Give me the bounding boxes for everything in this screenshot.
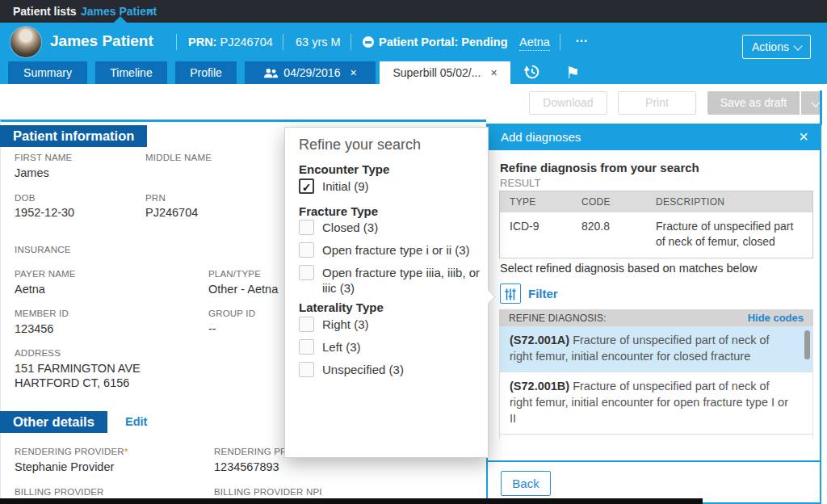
scrollbar-thumb[interactable] xyxy=(804,330,810,359)
chevron-down-icon xyxy=(811,98,820,107)
refine-diagnosis-bar: REFINE DIAGNOSIS: Hide codes xyxy=(499,309,813,326)
diagnosis-code: (S72.001B) xyxy=(510,380,569,393)
insurance-link[interactable]: Aetna xyxy=(519,36,550,48)
checkbox-right[interactable] xyxy=(299,317,314,332)
field-label: DOB xyxy=(15,193,36,203)
tab-label: 04/29/2016 xyxy=(283,66,340,79)
checkbox-label: Open fracture type i or ii (3) xyxy=(322,242,470,258)
result-label: RESULT xyxy=(500,177,540,189)
tab-timeline[interactable]: Timeline xyxy=(95,61,167,84)
diagnosis-option[interactable]: (S72.001C) Fracture of unspecified part … xyxy=(500,435,812,439)
back-button[interactable]: Back xyxy=(501,471,551,496)
group-heading: Fracture Type xyxy=(299,204,378,218)
checkbox-label: Initial (9) xyxy=(322,178,369,194)
avatar[interactable] xyxy=(10,27,41,57)
close-icon[interactable]: × xyxy=(799,128,808,146)
checkbox-open-i-ii[interactable] xyxy=(299,242,314,258)
tab-label: Superbill 05/02/... xyxy=(393,66,481,79)
actions-button[interactable]: Actions xyxy=(742,35,811,59)
diagnosis-option[interactable]: (S72.001B) Fracture of unspecified part … xyxy=(500,372,812,435)
portal-status-label: Patient Portal: Pending xyxy=(379,36,508,48)
refine-diagnosis-heading: Refine diagnosis from your search xyxy=(500,161,699,174)
tab-label: Timeline xyxy=(110,66,152,79)
checkbox-label: Closed (3) xyxy=(322,220,378,235)
field-value: 1952-12-30 xyxy=(15,206,74,219)
filter-option: ✓ Initial (9) xyxy=(299,178,369,194)
age-sex: 63 yrs M xyxy=(296,36,341,48)
checkbox-closed[interactable] xyxy=(299,220,314,235)
section-title: Other details xyxy=(13,414,94,429)
divider xyxy=(283,34,283,50)
refine-diagnosis-label: REFINE DIAGNOSIS: xyxy=(509,313,607,324)
prn-field: PRN: PJ246704 xyxy=(188,36,273,48)
filter-option: Open fracture type iiia, iiib, or iiic (… xyxy=(299,265,484,296)
field-label: RENDERING PROVIDER* xyxy=(15,447,128,456)
save-as-draft-button[interactable]: Save as draft xyxy=(707,91,800,115)
print-button[interactable]: Print xyxy=(618,91,696,115)
prn-label: PRN: xyxy=(188,36,216,48)
field-value: Aetna xyxy=(15,283,45,296)
filter-option: Right (3) xyxy=(299,317,369,332)
patient-lists-tab[interactable]: Patient lists xyxy=(13,5,77,18)
field-label: GROUP ID xyxy=(208,309,255,318)
field-label: BILLING PROVIDER xyxy=(15,487,104,497)
group-heading: Encounter Type xyxy=(299,162,389,176)
close-icon[interactable]: × xyxy=(490,66,497,79)
checkbox-unspecified[interactable] xyxy=(299,362,314,377)
diagnosis-option-selected[interactable]: (S72.001A) Fracture of unspecified part … xyxy=(500,326,812,372)
tab-encounter-date[interactable]: 04/29/2016× xyxy=(245,61,376,84)
save-options-button[interactable] xyxy=(801,91,821,115)
close-icon[interactable]: × xyxy=(350,66,356,79)
field-label: PAYER NAME xyxy=(15,269,76,279)
minus-circle-icon xyxy=(363,36,374,48)
divider xyxy=(351,34,351,50)
field-value: HARTFORD CT, 6156 xyxy=(15,376,129,389)
tab-label: Profile xyxy=(190,66,222,79)
checkbox-open-iiia-iiib-iiic[interactable] xyxy=(299,265,314,280)
flag-glyph: ⚑ xyxy=(565,64,580,82)
divider xyxy=(560,34,560,50)
save-as-draft-label: Save as draft xyxy=(720,96,787,109)
actions-label: Actions xyxy=(752,40,789,53)
filter-option: Unspecified (3) xyxy=(299,362,404,377)
add-diagnoses-header: Add diagnoses × xyxy=(488,125,820,150)
portal-status: Patient Portal: Pending xyxy=(363,36,508,48)
popup-title: Refine your search xyxy=(299,136,421,153)
field-value: PJ246704 xyxy=(145,206,198,219)
checkbox-label: Open fracture type iiia, iiib, or iiic (… xyxy=(322,265,484,296)
tab-superbill-active[interactable]: Superbill 05/02/...× xyxy=(380,61,510,84)
column-header: TYPE xyxy=(500,191,581,212)
download-button[interactable]: Download xyxy=(529,91,607,115)
more-options-icon[interactable]: … xyxy=(575,31,590,45)
result-table: TYPE CODE DESCRIPTION ICD-9 820.8 Fractu… xyxy=(499,191,813,258)
check-icon: ✓ xyxy=(302,181,312,194)
section-title: Patient information xyxy=(13,128,134,143)
patient-header: James Patient PRN: PJ246704 63 yrs M Pat… xyxy=(0,23,827,61)
filter-button[interactable] xyxy=(500,284,521,304)
field-value: 1234567893 xyxy=(214,460,279,473)
app-window: Patient lists James Patient × James Pati… xyxy=(0,0,827,504)
history-icon[interactable] xyxy=(522,63,543,82)
prn-value: PJ246704 xyxy=(220,36,272,48)
edit-link[interactable]: Edit xyxy=(125,415,147,428)
window-bottom-edge xyxy=(0,498,703,504)
column-header: CODE xyxy=(581,191,656,212)
close-icon[interactable]: × xyxy=(147,4,154,18)
add-diagnoses-panel: Add diagnoses × Refine diagnosis from yo… xyxy=(486,124,821,504)
chevron-down-icon xyxy=(793,41,802,50)
flag-icon[interactable]: ⚑ xyxy=(562,63,583,82)
tab-summary[interactable]: Summary xyxy=(8,61,87,84)
tab-profile[interactable]: Profile xyxy=(175,61,237,84)
insurance-label: Aetna xyxy=(519,36,550,51)
field-label: MIDDLE NAME xyxy=(145,153,212,162)
hide-codes-link[interactable]: Hide codes xyxy=(748,312,804,324)
field-label: FIRST NAME xyxy=(15,153,72,162)
checkbox-left[interactable] xyxy=(299,339,314,355)
divider xyxy=(176,34,177,50)
field-value: Stephanie Provider xyxy=(15,460,114,473)
field-label: BILLING PROVIDER NPI xyxy=(214,487,322,497)
filter-icon xyxy=(504,288,517,301)
filter-option: Open fracture type i or ii (3) xyxy=(299,242,470,258)
filter-label[interactable]: Filter xyxy=(528,287,558,300)
checkbox-initial[interactable]: ✓ xyxy=(299,178,314,194)
